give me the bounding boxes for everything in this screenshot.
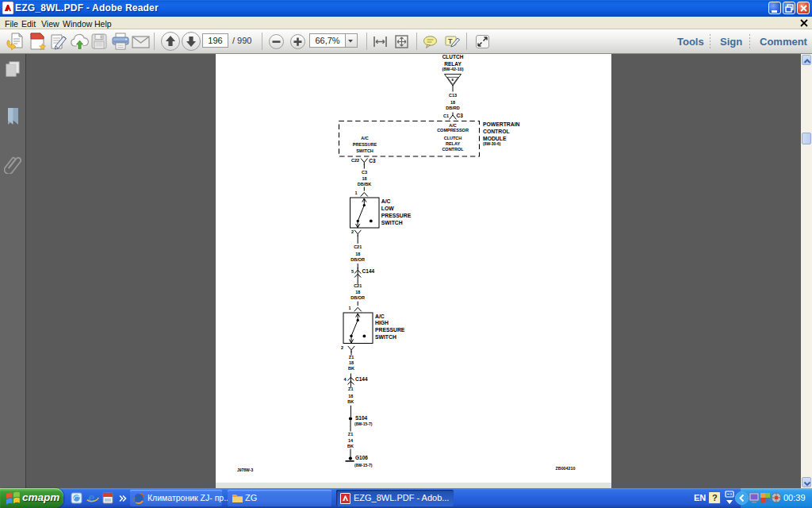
- svg-text:E: E: [452, 78, 454, 82]
- svg-text:e: e: [88, 491, 94, 504]
